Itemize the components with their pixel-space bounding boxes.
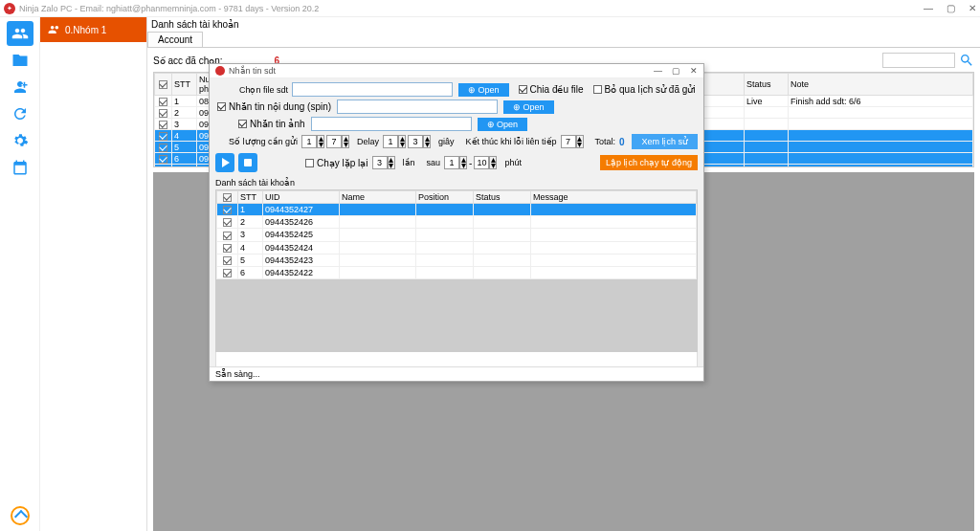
- noidung-input[interactable]: [337, 100, 498, 114]
- open-file-button[interactable]: ⊕ Open: [458, 83, 509, 97]
- sidebar-refresh[interactable]: [7, 101, 33, 126]
- loop-checkbox[interactable]: Chạy lặp lại: [305, 158, 368, 168]
- sidebar-friends[interactable]: [7, 75, 33, 100]
- modal-status: Sẵn sàng...: [210, 366, 703, 381]
- sau2-spin[interactable]: ▴▾: [474, 156, 497, 169]
- chia-deu-checkbox[interactable]: Chia đều file: [519, 84, 584, 95]
- list-item[interactable]: 20944352426: [217, 216, 697, 229]
- group-header[interactable]: 0.Nhóm 1: [40, 17, 146, 42]
- play-button[interactable]: [215, 153, 234, 172]
- search-icon[interactable]: [959, 53, 974, 68]
- modal-maximize[interactable]: ▢: [672, 66, 680, 76]
- group-label: 0.Nhóm 1: [65, 25, 106, 35]
- ketthuc-spin[interactable]: ▴▾: [561, 135, 584, 148]
- file-sdt-input[interactable]: [292, 82, 453, 97]
- modal-nhantin: Nhắn tin sdt — ▢ ✕ Chọn file sdt ⊕ Open …: [209, 63, 704, 382]
- soluong2-spin[interactable]: ▴▾: [326, 135, 349, 148]
- open-anh-button[interactable]: ⊕ Open: [478, 118, 528, 131]
- bo-qua-checkbox[interactable]: Bỏ qua lịch sử đã gửi: [593, 84, 696, 95]
- open-noidung-button[interactable]: ⊕ Open: [503, 100, 554, 114]
- modal-icon: [215, 66, 225, 76]
- section-title: Danh sách tài khoản: [147, 17, 980, 32]
- sau1-spin[interactable]: ▴▾: [444, 156, 467, 169]
- sidebar-accounts[interactable]: [7, 21, 33, 46]
- maximize-button[interactable]: ▢: [947, 3, 955, 13]
- app-icon: ✦: [4, 3, 15, 14]
- sidebar-calendar[interactable]: [7, 155, 33, 180]
- minimize-button[interactable]: —: [924, 3, 933, 13]
- stop-button[interactable]: [238, 153, 257, 172]
- delay2-spin[interactable]: ▴▾: [408, 135, 431, 148]
- delay1-spin[interactable]: ▴▾: [383, 135, 406, 148]
- modal-close[interactable]: ✕: [690, 66, 698, 76]
- sidebar-logo: [11, 506, 30, 525]
- search-input[interactable]: [882, 53, 955, 68]
- sub-title: Danh sách tài khoản: [215, 176, 698, 189]
- sidebar-folder[interactable]: [7, 48, 33, 73]
- tab-account[interactable]: Account: [147, 32, 203, 47]
- list-item[interactable]: 50944352423: [217, 254, 697, 266]
- titlebar: ✦ Ninja Zalo PC - Email: nghiatt@phanmem…: [0, 0, 980, 17]
- group-panel: 0.Nhóm 1: [40, 17, 147, 531]
- soluong1-spin[interactable]: ▴▾: [301, 135, 324, 148]
- window-title: Ninja Zalo PC - Email: nghiatt@phanmemni…: [19, 4, 319, 13]
- close-button[interactable]: ✕: [969, 3, 976, 13]
- modal-title-text: Nhắn tin sdt: [229, 66, 276, 76]
- list-item[interactable]: 40944352424: [217, 241, 697, 254]
- lap-lich-button[interactable]: Lập lịch chạy tự động: [600, 155, 698, 170]
- hdr-chk[interactable]: [155, 74, 172, 96]
- list-item[interactable]: 60944352422: [217, 266, 697, 278]
- anh-checkbox[interactable]: Nhắn tin ảnh: [238, 119, 305, 129]
- sidebar-settings[interactable]: [7, 128, 33, 153]
- list-item[interactable]: 10944352427: [217, 204, 697, 216]
- modal-minimize[interactable]: —: [654, 66, 662, 76]
- left-sidebar: [0, 17, 40, 531]
- sub-table[interactable]: STT UID Name Position Status Message 109…: [215, 189, 698, 352]
- total-value: 0: [619, 137, 625, 147]
- list-item[interactable]: 30944352425: [217, 229, 697, 241]
- anh-input[interactable]: [311, 117, 472, 131]
- loop-spin[interactable]: ▴▾: [372, 156, 395, 169]
- xem-lich-su-button[interactable]: Xem lịch sử: [632, 134, 698, 149]
- noidung-checkbox[interactable]: Nhắn tin nội dung (spin): [217, 101, 331, 112]
